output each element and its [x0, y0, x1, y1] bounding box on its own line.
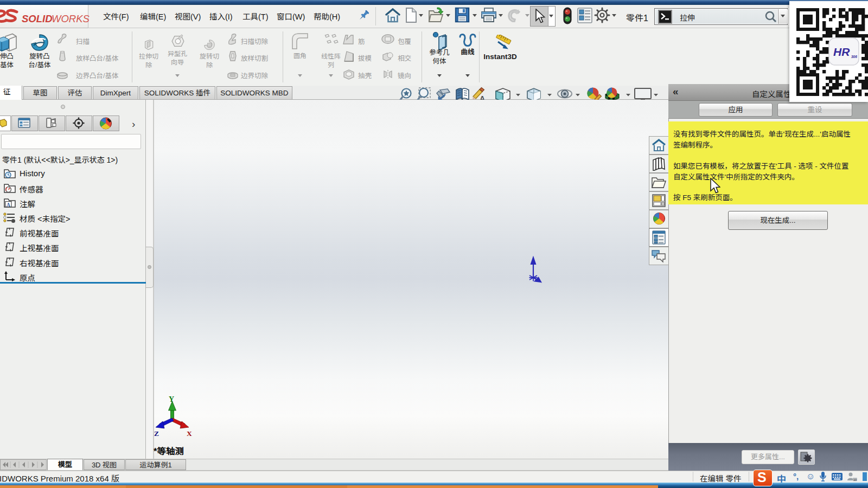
svg-text:Z: Z	[154, 429, 159, 437]
svg-text:WORKS: WORKS	[52, 13, 90, 24]
svg-text:A: A	[7, 202, 10, 208]
svg-text:10: 10	[853, 478, 857, 481]
svg-text:Y: Y	[169, 395, 174, 403]
svg-text:SOLID: SOLID	[22, 13, 53, 24]
svg-text:306: 306	[851, 55, 857, 59]
svg-text:X: X	[187, 429, 192, 437]
svg-text:HR: HR	[833, 46, 850, 58]
